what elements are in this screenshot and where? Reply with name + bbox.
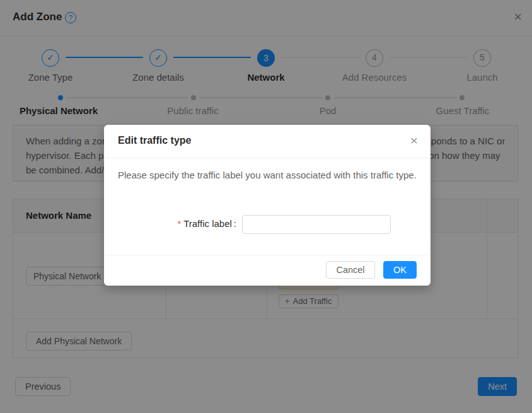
add-zone-wizard: Add Zone ? × ✓ ✓ 3 4 5 Zone Type Zone de…: [0, 0, 532, 413]
traffic-label-field-row: *Traffic label:: [104, 214, 431, 233]
cancel-button[interactable]: Cancel: [326, 261, 374, 279]
modal-description: Please specify the traffic label you wan…: [118, 168, 420, 182]
edit-traffic-type-modal: Edit traffic type × Please specify the t…: [104, 125, 431, 286]
modal-footer: Cancel OK: [104, 255, 431, 286]
modal-close-icon[interactable]: ×: [410, 132, 418, 149]
ok-button[interactable]: OK: [383, 261, 417, 279]
traffic-label-input[interactable]: [242, 215, 391, 234]
required-asterisk: *: [178, 219, 181, 229]
traffic-label-label: *Traffic label:: [104, 214, 236, 233]
field-colon: :: [234, 218, 236, 229]
modal-header: Edit traffic type ×: [104, 125, 431, 158]
modal-title: Edit traffic type: [118, 135, 191, 146]
field-label-text: Traffic label: [183, 218, 232, 229]
